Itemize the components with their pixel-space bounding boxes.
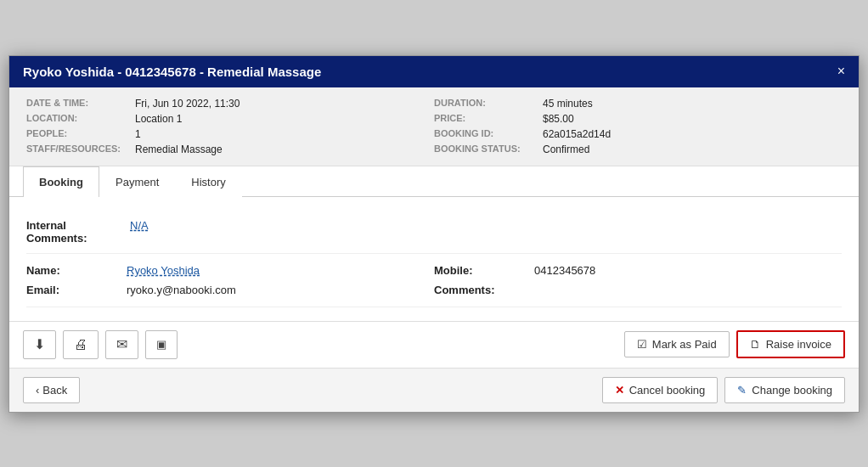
change-booking-button[interactable]: ✎ Change booking [724, 377, 845, 403]
tab-payment[interactable]: Payment [99, 166, 175, 197]
price-row: PRICE: $85.00 [434, 111, 842, 127]
contact-fields: Name: Ryoko Yoshida Email: ryoko.y@naboo… [26, 254, 842, 307]
mobile-row: Mobile: 0412345678 [434, 262, 842, 279]
modal-header: Ryoko Yoshida - 0412345678 - Remedial Ma… [9, 56, 859, 87]
duration-row: DURATION: 45 minutes [434, 96, 842, 111]
tab-content-booking: InternalComments: N/A Name: Ryoko Yoshid… [9, 197, 859, 321]
booking-id-value: 62a015a2d14d [543, 128, 611, 140]
back-label: Back [42, 384, 67, 397]
staff-label: STAFF/RESOURCES: [26, 143, 128, 155]
booking-id-row: BOOKING ID: 62a015a2d14d [434, 127, 842, 142]
comments-row: Comments: [434, 282, 842, 298]
print-button[interactable]: 🖨 [63, 330, 99, 359]
download-icon: ⬇ [34, 336, 45, 352]
staff-value: Remedial Massage [135, 143, 223, 155]
device-icon: ▣ [156, 338, 166, 351]
info-left: DATE & TIME: Fri, Jun 10 2022, 11:30 LOC… [26, 96, 434, 157]
internal-comments-label: InternalComments: [26, 219, 120, 245]
email-icon: ✉ [116, 336, 127, 352]
mark-as-paid-button[interactable]: ☑ Mark as Paid [624, 331, 730, 357]
name-value[interactable]: Ryoko Yoshida [127, 264, 200, 277]
people-label: PEOPLE: [26, 128, 128, 140]
date-time-value: Fri, Jun 10 2022, 11:30 [135, 98, 240, 110]
raise-invoice-label: Raise invoice [766, 338, 831, 351]
raise-invoice-icon: 🗋 [750, 338, 761, 351]
change-pencil-icon: ✎ [737, 384, 747, 397]
footer-bar: ‹ Back ✕ Cancel booking ✎ Change booking [9, 368, 859, 412]
right-contact-fields: Mobile: 0412345678 Comments: [434, 262, 842, 298]
booking-status-label: BOOKING STATUS: [434, 143, 536, 155]
email-value: ryoko.y@nabooki.com [127, 284, 236, 296]
tabs-area: Booking Payment History InternalComments… [9, 166, 859, 368]
booking-status-row: BOOKING STATUS: Confirmed [434, 142, 842, 157]
email-button[interactable]: ✉ [105, 330, 138, 359]
mark-as-paid-icon: ☑ [637, 338, 647, 351]
duration-value: 45 minutes [543, 98, 593, 110]
left-contact-fields: Name: Ryoko Yoshida Email: ryoko.y@naboo… [26, 262, 434, 298]
raise-invoice-button[interactable]: 🗋 Raise invoice [736, 330, 845, 358]
modal-title: Ryoko Yoshida - 0412345678 - Remedial Ma… [23, 65, 321, 79]
price-value: $85.00 [543, 113, 574, 125]
comments-label: Comments: [434, 284, 527, 296]
price-label: PRICE: [434, 113, 536, 125]
back-button[interactable]: ‹ Back [23, 377, 80, 403]
device-button[interactable]: ▣ [145, 330, 178, 359]
location-row: LOCATION: Location 1 [26, 111, 434, 127]
email-label: Email: [26, 284, 120, 296]
change-booking-label: Change booking [752, 384, 832, 397]
print-icon: 🖨 [74, 337, 87, 352]
email-row: Email: ryoko.y@nabooki.com [26, 282, 434, 298]
cancel-booking-button[interactable]: ✕ Cancel booking [602, 377, 719, 403]
booking-modal: Ryoko Yoshida - 0412345678 - Remedial Ma… [8, 55, 860, 413]
mobile-value: 0412345678 [534, 264, 595, 277]
internal-comments-value[interactable]: N/A [130, 219, 149, 232]
date-time-row: DATE & TIME: Fri, Jun 10 2022, 11:30 [26, 96, 434, 111]
tab-history[interactable]: History [175, 166, 241, 197]
staff-row: STAFF/RESOURCES: Remedial Massage [26, 142, 434, 157]
internal-comments-row: InternalComments: N/A [26, 211, 842, 254]
close-button[interactable]: × [837, 65, 845, 78]
tabs-nav: Booking Payment History [9, 166, 859, 197]
booking-id-label: BOOKING ID: [434, 128, 536, 140]
name-row: Name: Ryoko Yoshida [26, 262, 434, 279]
action-bar: ⬇ 🖨 ✉ ▣ ☑ Mark as Paid 🗋 Raise invoice [9, 321, 859, 368]
info-right: DURATION: 45 minutes PRICE: $85.00 BOOKI… [434, 96, 842, 157]
date-time-label: DATE & TIME: [26, 98, 128, 110]
back-chevron-icon: ‹ [36, 384, 39, 397]
location-label: LOCATION: [26, 113, 128, 125]
mark-as-paid-label: Mark as Paid [652, 338, 717, 351]
location-value: Location 1 [135, 113, 182, 125]
people-value: 1 [135, 128, 141, 140]
name-label: Name: [26, 264, 120, 277]
cancel-booking-label: Cancel booking [629, 384, 706, 397]
cancel-x-icon: ✕ [615, 384, 624, 397]
download-button[interactable]: ⬇ [23, 330, 56, 359]
people-row: PEOPLE: 1 [26, 127, 434, 142]
booking-status-value: Confirmed [543, 143, 589, 155]
info-bar: DATE & TIME: Fri, Jun 10 2022, 11:30 LOC… [9, 87, 859, 166]
duration-label: DURATION: [434, 98, 536, 110]
mobile-label: Mobile: [434, 264, 527, 277]
tab-booking[interactable]: Booking [23, 166, 99, 197]
